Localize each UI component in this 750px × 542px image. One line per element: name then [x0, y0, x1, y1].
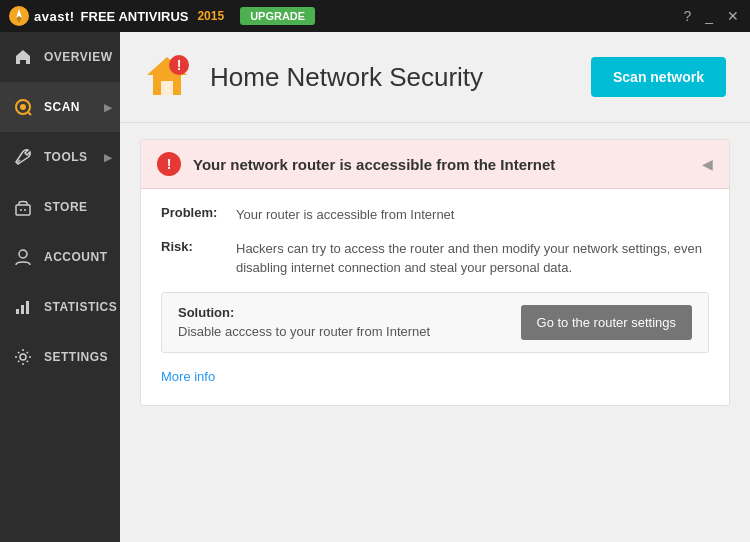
sidebar-label-store: STORE [44, 200, 88, 214]
solution-text: Solution: Disable acccess to your router… [178, 305, 430, 339]
scan-network-button[interactable]: Scan network [591, 57, 726, 97]
tools-icon [12, 146, 34, 168]
sidebar-label-account: ACCOUNT [44, 250, 108, 264]
house-icon-container: ! [140, 50, 194, 104]
risk-value: Hackers can try to access the router and… [236, 239, 709, 278]
product-year: 2015 [197, 9, 224, 23]
alert-card: ! Your network router is accessible from… [140, 139, 730, 406]
svg-point-8 [19, 250, 27, 258]
statistics-icon [12, 296, 34, 318]
sidebar-label-scan: SCAN [44, 100, 80, 114]
sidebar-item-statistics[interactable]: STATISTICS [0, 282, 120, 332]
window-controls: ? _ ✕ [680, 8, 742, 24]
product-name: FREE ANTIVIRUS [81, 9, 189, 24]
sidebar-item-account[interactable]: ACCOUNT [0, 232, 120, 282]
content-header: ! Home Network Security Scan network [120, 32, 750, 123]
home-icon [12, 46, 34, 68]
problem-label: Problem: [161, 205, 236, 225]
store-icon [12, 196, 34, 218]
router-settings-button[interactable]: Go to the router settings [521, 305, 692, 340]
avast-brand-icon [8, 5, 30, 27]
help-button[interactable]: ? [680, 8, 694, 24]
settings-icon [12, 346, 34, 368]
scan-chevron-icon: ▶ [104, 102, 113, 113]
main-container: OVERVIEW SCAN ▶ TOOLS ▶ [0, 32, 750, 542]
svg-rect-10 [21, 305, 24, 314]
svg-point-7 [24, 209, 26, 211]
svg-rect-9 [16, 309, 19, 314]
svg-point-2 [20, 104, 26, 110]
alert-collapse-icon[interactable]: ◀ [702, 156, 713, 172]
sidebar-item-store[interactable]: STORE [0, 182, 120, 232]
risk-row: Risk: Hackers can try to access the rout… [161, 239, 709, 278]
svg-point-12 [20, 354, 26, 360]
avast-brand-text: avast! [34, 9, 75, 24]
solution-description: Disable acccess to your router from Inte… [178, 324, 430, 339]
sidebar: OVERVIEW SCAN ▶ TOOLS ▶ [0, 32, 120, 542]
more-info-link[interactable]: More info [161, 369, 215, 384]
risk-label: Risk: [161, 239, 236, 278]
svg-point-6 [20, 209, 22, 211]
solution-label: Solution: [178, 305, 430, 320]
sidebar-item-tools[interactable]: TOOLS ▶ [0, 132, 120, 182]
scan-icon [12, 96, 34, 118]
svg-rect-11 [26, 301, 29, 314]
svg-rect-14 [161, 81, 173, 95]
solution-section: Solution: Disable acccess to your router… [161, 292, 709, 353]
alert-details: Problem: Your router is accessible from … [141, 189, 729, 405]
alert-header-left: ! Your network router is accessible from… [157, 152, 555, 176]
sidebar-label-statistics: STATISTICS [44, 300, 117, 314]
content-area: ! Home Network Security Scan network ! Y… [120, 32, 750, 542]
alert-header: ! Your network router is accessible from… [141, 140, 729, 189]
header-left: ! Home Network Security [140, 50, 483, 104]
content-body: ! Your network router is accessible from… [120, 123, 750, 422]
minimize-button[interactable]: _ [702, 8, 716, 24]
svg-text:!: ! [177, 57, 182, 73]
avast-logo: avast! [8, 5, 75, 27]
sidebar-label-overview: OVERVIEW [44, 50, 112, 64]
title-bar: avast! FREE ANTIVIRUS 2015 UPGRADE ? _ ✕ [0, 0, 750, 32]
upgrade-button[interactable]: UPGRADE [240, 7, 315, 25]
alert-danger-icon: ! [157, 152, 181, 176]
page-title: Home Network Security [210, 62, 483, 93]
account-icon [12, 246, 34, 268]
problem-row: Problem: Your router is accessible from … [161, 205, 709, 225]
svg-rect-5 [16, 205, 30, 215]
sidebar-label-settings: SETTINGS [44, 350, 108, 364]
svg-line-3 [29, 113, 32, 116]
problem-value: Your router is accessible from Internet [236, 205, 454, 225]
home-network-icon: ! [141, 51, 193, 103]
close-button[interactable]: ✕ [724, 8, 742, 24]
alert-title: Your network router is accessible from t… [193, 156, 555, 173]
sidebar-item-scan[interactable]: SCAN ▶ [0, 82, 120, 132]
sidebar-label-tools: TOOLS [44, 150, 88, 164]
sidebar-item-settings[interactable]: SETTINGS [0, 332, 120, 382]
app-logo: avast! FREE ANTIVIRUS 2015 UPGRADE [8, 5, 315, 27]
tools-chevron-icon: ▶ [104, 152, 113, 163]
sidebar-item-overview[interactable]: OVERVIEW [0, 32, 120, 82]
